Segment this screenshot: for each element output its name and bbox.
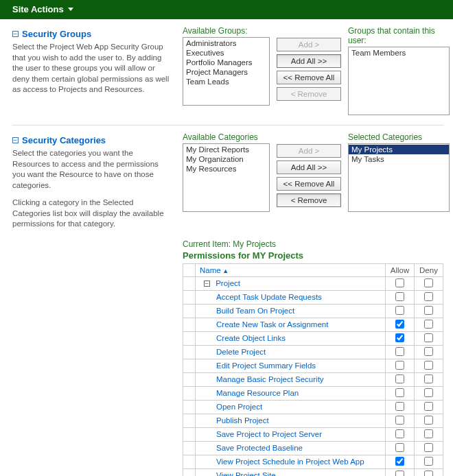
selected-groups-list[interactable]: Team Members xyxy=(348,47,450,115)
deny-checkbox[interactable] xyxy=(424,429,433,438)
allow-checkbox[interactable] xyxy=(395,429,404,438)
available-categories-list[interactable]: My Direct ReportsMy OrganizationMy Resou… xyxy=(183,143,270,212)
list-item[interactable]: Executives xyxy=(183,48,269,58)
collapse-icon[interactable]: − xyxy=(204,281,210,287)
remove-button[interactable]: < Remove xyxy=(277,193,341,207)
permission-row: Manage Basic Project Security xyxy=(183,372,443,386)
list-item[interactable]: Team Leads xyxy=(183,77,269,86)
list-item[interactable]: Team Members xyxy=(349,48,449,58)
allow-checkbox[interactable] xyxy=(395,306,404,315)
permissions-table: Name Allow Deny − Project Accept Task Up… xyxy=(183,263,443,476)
permission-name[interactable]: Build Team On Project xyxy=(196,304,386,318)
available-groups-list[interactable]: AdministratorsExecutivesPortfolio Manage… xyxy=(183,37,270,106)
permission-row: View Project Site xyxy=(183,468,443,476)
allow-checkbox[interactable] xyxy=(395,457,404,466)
permission-name[interactable]: Save Protected Baseline xyxy=(196,441,386,455)
current-item-label: Current Item: My Projects xyxy=(183,239,443,249)
permission-row: View Project Schedule in Project Web App xyxy=(183,455,443,468)
allow-checkbox[interactable] xyxy=(395,320,404,329)
add-all-button[interactable]: Add All >> xyxy=(277,160,341,174)
permission-row: Edit Project Summary Fields xyxy=(183,359,443,372)
allow-checkbox[interactable] xyxy=(395,388,404,397)
remove-all-button[interactable]: << Remove All xyxy=(277,71,341,84)
add-all-button[interactable]: Add All >> xyxy=(277,54,341,68)
deny-checkbox[interactable] xyxy=(424,388,433,397)
list-item[interactable]: Portfolio Managers xyxy=(183,58,269,67)
deny-checkbox[interactable] xyxy=(424,374,433,383)
permission-name[interactable]: Create New Task or Assignment xyxy=(196,318,386,331)
site-actions-menu[interactable]: Site Actions xyxy=(0,0,453,19)
permission-row: Save Protected Baseline xyxy=(183,441,443,455)
permission-name[interactable]: Open Project xyxy=(196,400,386,414)
allow-checkbox[interactable] xyxy=(395,333,404,342)
col-name[interactable]: Name xyxy=(196,263,386,276)
permission-name[interactable]: View Project Schedule in Project Web App xyxy=(196,455,386,468)
list-item[interactable]: My Resources xyxy=(183,164,269,174)
permission-name[interactable]: Delete Project xyxy=(196,345,386,359)
permission-row: Create New Task or Assignment xyxy=(183,318,443,331)
permission-name[interactable]: Manage Resource Plan xyxy=(196,386,386,400)
remove-button[interactable]: < Remove xyxy=(277,87,341,101)
deny-checkbox[interactable] xyxy=(424,347,433,356)
selected-categories-list[interactable]: My ProjectsMy Tasks xyxy=(348,143,450,212)
allow-checkbox[interactable] xyxy=(395,443,404,452)
allow-checkbox[interactable] xyxy=(395,347,404,356)
permission-name[interactable]: View Project Site xyxy=(196,468,386,476)
add-button[interactable]: Add > xyxy=(277,38,341,51)
permission-name[interactable]: Publish Project xyxy=(196,414,386,427)
list-item[interactable]: Administrators xyxy=(183,38,269,48)
deny-checkbox[interactable] xyxy=(424,333,433,342)
list-item[interactable]: My Direct Reports xyxy=(183,145,269,154)
permission-name[interactable]: Manage Basic Project Security xyxy=(196,372,386,386)
list-item[interactable]: Project Managers xyxy=(183,67,269,77)
permission-row: Accept Task Update Requests xyxy=(183,290,443,304)
deny-checkbox[interactable] xyxy=(424,361,433,370)
col-allow[interactable]: Allow xyxy=(386,263,415,276)
list-item[interactable]: My Tasks xyxy=(349,154,449,164)
available-groups-label: Available Groups: xyxy=(183,26,270,36)
deny-checkbox[interactable] xyxy=(424,443,433,452)
permission-row: Save Project to Project Server xyxy=(183,427,443,441)
deny-checkbox[interactable] xyxy=(424,416,433,425)
permission-row: Publish Project xyxy=(183,414,443,427)
deny-checkbox[interactable] xyxy=(424,402,433,411)
list-item[interactable]: My Organization xyxy=(183,154,269,164)
allow-checkbox[interactable] xyxy=(395,416,404,425)
permission-name[interactable]: Create Object Links xyxy=(196,331,386,345)
allow-checkbox[interactable] xyxy=(395,292,404,301)
deny-checkbox[interactable] xyxy=(424,320,433,329)
allow-checkbox[interactable] xyxy=(395,471,404,476)
permission-name[interactable]: Save Project to Project Server xyxy=(196,427,386,441)
section-title-categories: Security Categories xyxy=(22,135,106,145)
permission-name[interactable]: Accept Task Update Requests xyxy=(196,290,386,304)
collapse-icon[interactable]: − xyxy=(12,137,19,143)
deny-all-checkbox[interactable] xyxy=(424,278,433,287)
chevron-down-icon xyxy=(68,8,73,11)
permission-row: Open Project xyxy=(183,400,443,414)
allow-checkbox[interactable] xyxy=(395,374,404,383)
permission-name[interactable]: Edit Project Summary Fields xyxy=(196,359,386,372)
permission-row: Delete Project xyxy=(183,345,443,359)
permission-group-row[interactable]: − Project xyxy=(196,276,386,290)
available-categories-label: Available Categories xyxy=(183,132,270,142)
allow-all-checkbox[interactable] xyxy=(395,278,404,287)
site-actions-label: Site Actions xyxy=(12,4,64,14)
allow-checkbox[interactable] xyxy=(395,402,404,411)
add-button[interactable]: Add > xyxy=(277,144,341,158)
deny-checkbox[interactable] xyxy=(424,471,433,476)
col-deny[interactable]: Deny xyxy=(415,263,443,276)
list-item[interactable]: My Projects xyxy=(349,145,449,154)
remove-all-button[interactable]: << Remove All xyxy=(277,177,341,191)
section-desc-groups: Select the Project Web App Security Grou… xyxy=(12,42,170,95)
permissions-title: Permissions for MY Projects xyxy=(183,250,443,261)
collapse-icon[interactable]: − xyxy=(12,31,19,37)
section-desc-categories-2: Clicking a category in the Selected Cate… xyxy=(12,198,170,230)
deny-checkbox[interactable] xyxy=(424,306,433,315)
deny-checkbox[interactable] xyxy=(424,292,433,301)
selected-groups-label: Groups that contain this user: xyxy=(348,26,450,45)
permission-row: Build Team On Project xyxy=(183,304,443,318)
allow-checkbox[interactable] xyxy=(395,361,404,370)
selected-categories-label: Selected Categories xyxy=(348,132,450,142)
permission-row: Create Object Links xyxy=(183,331,443,345)
deny-checkbox[interactable] xyxy=(424,457,433,466)
